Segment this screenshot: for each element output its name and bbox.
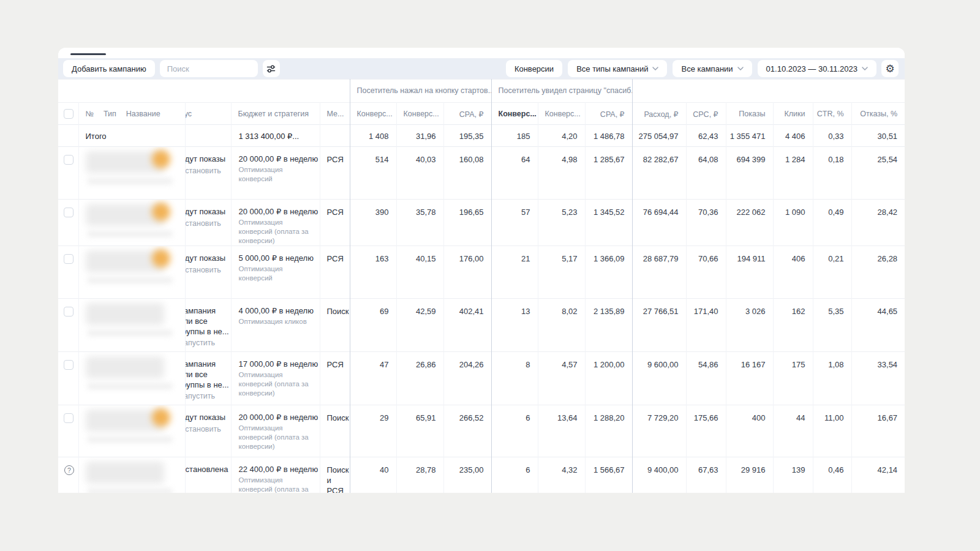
totals-value: 195,35 (443, 125, 491, 147)
row-checkbox[interactable] (64, 208, 74, 217)
date-range-picker[interactable]: 01.10.2023 — 30.11.2023 (758, 60, 876, 77)
status-text: группы в не... (185, 380, 231, 391)
status-action-link[interactable]: Остановить (185, 425, 231, 433)
status-text: Идут показы (185, 253, 231, 264)
column-header-num[interactable]: № (86, 110, 94, 118)
settings-button[interactable]: ⚙ (881, 60, 899, 77)
goal-group-header-row: Посетитель нажал на кнопку стартов... По… (58, 80, 905, 103)
help-icon[interactable]: ? (64, 465, 74, 475)
totals-value: 1 408 (350, 125, 396, 147)
column-header-type[interactable]: Тип (104, 110, 116, 118)
metric-value: 1 284 (773, 147, 813, 200)
add-campaign-button[interactable]: Добавить кампанию (63, 60, 155, 77)
metric-value: 35,78 (396, 200, 443, 246)
row-checkbox[interactable] (64, 413, 74, 423)
campaign-budget-cell: 5 000,00 ₽ в неделюОптимизация конверсий (231, 246, 320, 298)
budget-strategy: Оптимизация конверсий (239, 165, 317, 184)
chevron-down-icon (737, 67, 744, 70)
status-action-link[interactable]: Запустить (185, 392, 231, 400)
column-header-conversions-1[interactable]: Конверс... (350, 103, 396, 125)
column-header-ctr[interactable]: CTR, % (813, 103, 851, 125)
column-header-budget[interactable]: Бюджет и стратегия (231, 103, 320, 125)
metric-value: 13 (491, 298, 538, 351)
campaign-status-cell: Идут показыОстановить (185, 147, 231, 200)
conversions-button[interactable]: Конверсии (506, 60, 562, 77)
status-action-link[interactable]: Остановить (185, 266, 231, 274)
row-checkbox[interactable] (64, 254, 74, 264)
status-action-link[interactable]: Остановить (185, 167, 231, 175)
group-header-empty (58, 80, 350, 103)
campaign-places: Поиск (320, 405, 350, 457)
column-header-conv-rate-1[interactable]: Конверс... (396, 103, 443, 125)
campaign-status: Остановлена (185, 465, 231, 475)
campaign-budget-cell: 20 000,00 ₽ в неделюОптимизация конверси… (231, 405, 320, 457)
totals-value: 0,33 (813, 125, 851, 147)
gear-icon: ⚙ (885, 64, 894, 74)
campaign-status-cell: Идут показыОстановить (185, 246, 231, 298)
metric-value: 44,65 (851, 298, 905, 351)
metric-value: 29 (350, 405, 396, 457)
filter-button[interactable] (263, 60, 280, 77)
row-select-cell (58, 147, 78, 200)
campaign-places: РСЯ (320, 246, 350, 298)
campaign-name-cell (78, 298, 185, 351)
status-text: Идут показы (185, 413, 231, 423)
column-header-places[interactable]: Ме... (320, 103, 350, 125)
campaign-places: Поиск и РСЯ (320, 457, 350, 493)
budget-strategy: Оптимизация конверсий (239, 264, 317, 283)
status-action-link[interactable]: Остановить (185, 219, 231, 228)
active-tab-indicator (70, 53, 106, 55)
table-row: Идут показыОстановить20 000,00 ₽ в недел… (58, 147, 905, 200)
metric-value: 160,08 (443, 147, 491, 200)
status-text: Кампания (185, 359, 231, 370)
campaign-name-cell (78, 351, 185, 405)
metric-value: 70,66 (686, 246, 726, 298)
status-action-link[interactable]: Запустить (185, 339, 231, 347)
campaigns-page: Добавить кампанию Конверсии Все типы кам… (0, 0, 980, 551)
campaign-types-dropdown[interactable]: Все типы кампаний (568, 60, 667, 77)
campaign-types-label: Все типы кампаний (576, 64, 648, 73)
redacted-text-blob (87, 178, 173, 184)
redacted-text-blob (86, 462, 164, 484)
column-header-conversions-2-sorted[interactable]: Конверс...↓ (491, 103, 538, 125)
campaigns-filter-dropdown[interactable]: Все кампании (673, 60, 752, 77)
group-header-empty (632, 80, 905, 103)
metric-value: 4,32 (538, 457, 585, 493)
select-all-checkbox[interactable] (64, 109, 74, 119)
campaign-budget-cell: 20 000,00 ₽ в неделюОптимизация конверси… (231, 200, 320, 246)
search-input[interactable] (160, 60, 258, 77)
totals-value: 4 406 (773, 125, 813, 147)
row-select-cell (58, 298, 78, 351)
metric-value: 176,00 (443, 246, 491, 298)
metric-value: 1 288,20 (585, 405, 632, 457)
column-header-bounce[interactable]: Отказы, % (851, 103, 905, 125)
column-header-name[interactable]: Название (126, 110, 160, 118)
toolbar: Добавить кампанию Конверсии Все типы кам… (58, 58, 905, 79)
row-checkbox[interactable] (64, 360, 74, 370)
campaign-name-cell (78, 246, 185, 298)
column-header-cost[interactable]: Расход, ₽ (632, 103, 686, 125)
budget-amount: 17 000,00 ₽ в неделю (239, 359, 317, 369)
column-header-status[interactable]: Статус (185, 103, 231, 125)
metric-value: 222 062 (726, 200, 773, 246)
column-header-cpa-1[interactable]: CPA, ₽ (443, 103, 491, 125)
column-header-conv-rate-2[interactable]: Конверс... (538, 103, 585, 125)
totals-empty-cell (58, 125, 78, 147)
row-checkbox[interactable] (64, 307, 74, 317)
table-row: Идут показыОстановить20 000,00 ₽ в недел… (58, 405, 905, 457)
metric-value: 406 (773, 246, 813, 298)
column-header-shows[interactable]: Показы (726, 103, 773, 125)
row-checkbox[interactable] (64, 155, 74, 165)
column-header-cpc[interactable]: CPC, ₽ (686, 103, 726, 125)
campaign-places: РСЯ (320, 351, 350, 405)
redacted-text-blob (87, 383, 173, 389)
column-header-clicks[interactable]: Клики (773, 103, 813, 125)
column-header-cpa-2[interactable]: CPA, ₽ (585, 103, 632, 125)
campaign-badge (152, 203, 170, 221)
budget-amount: 20 000,00 ₽ в неделю (239, 154, 317, 163)
metric-value: 8 (491, 351, 538, 405)
table-row: Кампанияили всегруппы в не...Запустить4 … (58, 298, 905, 351)
budget-amount: 20 000,00 ₽ в неделю (239, 207, 317, 216)
campaign-status-cell: Остановлена (185, 457, 231, 493)
campaign-status: Кампанияили всегруппы в не...Запустить (185, 306, 231, 348)
